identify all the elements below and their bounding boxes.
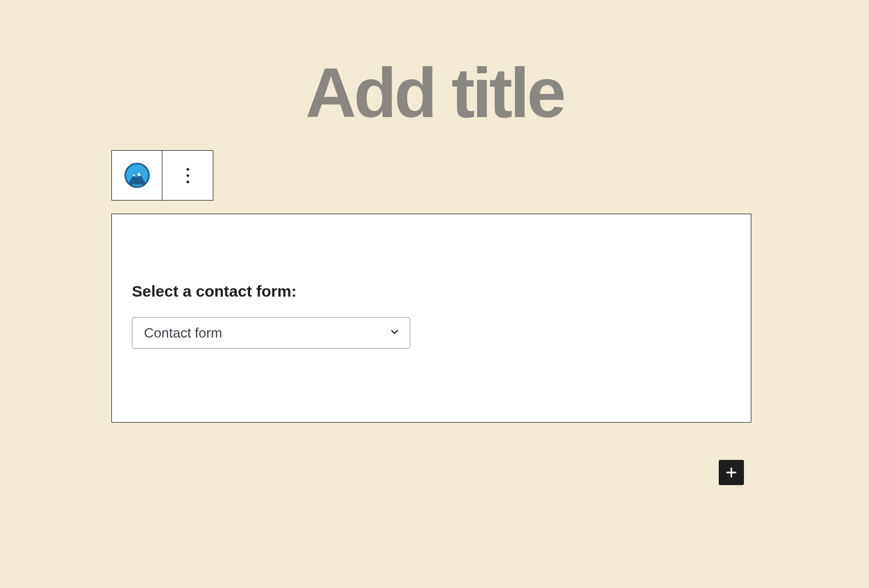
title-input-placeholder[interactable]: Add title bbox=[0, 58, 869, 128]
contact-form-select[interactable]: Contact form bbox=[132, 317, 410, 349]
block-options-button[interactable] bbox=[162, 151, 213, 200]
block-toolbar bbox=[111, 150, 213, 201]
contact-form-block: Select a contact form: Contact form bbox=[111, 214, 751, 423]
title-area: Add title bbox=[0, 0, 869, 128]
form-select-wrapper: Contact form bbox=[132, 317, 410, 349]
select-form-label: Select a contact form: bbox=[132, 282, 731, 300]
plus-icon bbox=[724, 465, 739, 480]
kebab-menu-icon bbox=[187, 168, 189, 183]
mountain-icon bbox=[125, 163, 150, 188]
block-type-button[interactable] bbox=[112, 151, 162, 200]
add-block-button[interactable] bbox=[719, 460, 744, 485]
